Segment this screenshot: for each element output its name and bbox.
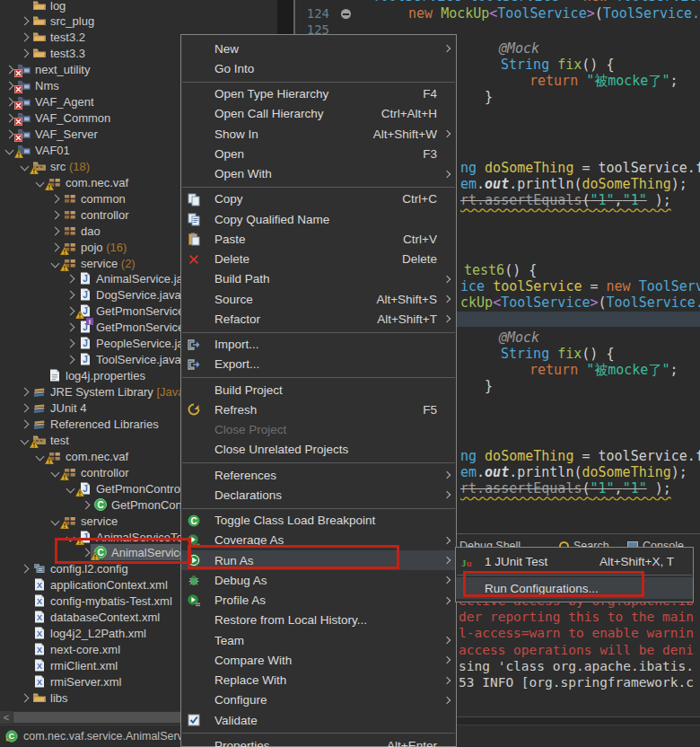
chevron-right-icon[interactable]	[17, 690, 31, 705]
submenu-arrow-icon	[437, 678, 450, 683]
console-line: 53 INFO [org.springframework.c	[459, 675, 694, 690]
chevron-right-icon[interactable]	[17, 30, 31, 44]
menu-item-label: Copy Qualified Name	[214, 213, 329, 226]
status-bar-text: com.nec.vaf.service.AnimalService	[23, 730, 197, 743]
menu-item-copy-qualified-name[interactable]: Copy Qualified Name	[181, 209, 456, 229]
menu-item-profile-as[interactable]: Profile As	[181, 591, 456, 611]
chevron-right-icon[interactable]	[17, 46, 31, 60]
blank-icon	[187, 488, 201, 502]
blank-icon	[187, 382, 201, 397]
chevron-right-icon[interactable]	[63, 352, 77, 366]
menu-item-debug-as[interactable]: Debug As	[181, 570, 456, 590]
menu-item-open[interactable]: OpenF3	[181, 144, 456, 163]
menu-item-label: Compare With	[214, 654, 292, 667]
menu-item-export[interactable]: Export...	[181, 355, 456, 374]
submenu-arrow-icon	[437, 637, 450, 643]
menu-item-label: Open Call Hierarchy	[214, 107, 324, 120]
svg-text:X: X	[37, 629, 42, 638]
chevron-right-icon[interactable]	[17, 400, 31, 415]
menu-item-go-into[interactable]: Go Into	[181, 58, 456, 78]
tree-item-label: rmiServer.xml	[50, 675, 121, 689]
tree-item-label: test3.3	[50, 47, 85, 60]
menu-item-restore-from-local-history[interactable]: Restore from Local History...	[181, 611, 456, 630]
code-line: @Mock	[499, 41, 539, 57]
chevron-right-icon[interactable]	[48, 224, 62, 238]
menu-item-properties[interactable]: PropertiesAlt+Enter	[181, 735, 456, 747]
menu-item-build-path[interactable]: Build Path	[181, 269, 456, 289]
menu-item-close-unrelated-projects[interactable]: Close Unrelated Projects	[181, 440, 456, 460]
menu-item-open-with[interactable]: Open With	[181, 164, 456, 184]
svg-text:J: J	[83, 338, 88, 348]
menu-item-declarations[interactable]: Declarations	[181, 485, 456, 505]
tree-item-label: next_utility	[35, 63, 90, 76]
chevron-right-icon[interactable]	[17, 384, 31, 399]
chevron-right-icon[interactable]	[48, 207, 62, 222]
menu-item-import[interactable]: Import...	[181, 335, 456, 355]
xmlfile-icon: X	[32, 577, 48, 592]
menu-item-team[interactable]: Team	[181, 630, 456, 650]
menu-item-shortcut: Ctrl+V	[403, 233, 437, 246]
xmlfile-icon: X	[32, 626, 48, 640]
tree-item-label: GetPmonControllo	[96, 482, 192, 496]
menu-item-refresh[interactable]: RefreshF5	[181, 400, 456, 419]
menu-item-label: Refresh	[214, 403, 257, 417]
chevron-right-icon[interactable]	[63, 336, 77, 350]
scrollbar-thumb[interactable]	[13, 712, 180, 723]
menu-item-build-project[interactable]: Build Project	[181, 380, 456, 400]
tree-item-label: VAF_Server	[35, 127, 98, 141]
menu-item-label: References	[214, 469, 276, 482]
menu-item-refactor[interactable]: RefactorAlt+Shift+T	[181, 309, 456, 329]
menu-item-new[interactable]: New	[181, 39, 456, 58]
blank-icon	[187, 633, 201, 647]
validate-icon	[187, 713, 201, 727]
blank-icon	[187, 443, 201, 457]
menu-item-references[interactable]: References	[181, 465, 456, 485]
menu-item-label: Build Project	[214, 383, 283, 397]
blank-icon	[187, 292, 201, 306]
annotation-box-run-as	[188, 545, 399, 569]
menu-item-source[interactable]: SourceAlt+Shift+S	[181, 289, 456, 309]
chevron-right-icon[interactable]	[63, 271, 77, 286]
folder-icon	[32, 30, 48, 44]
menu-item-shortcut: Alt+Shift+W	[373, 127, 437, 141]
chevron-right-icon[interactable]	[17, 561, 31, 576]
menu-item-configure[interactable]: Configure	[181, 690, 456, 710]
chevron-right-icon[interactable]	[48, 191, 62, 206]
folder-icon	[32, 46, 48, 60]
menu-item-compare-with[interactable]: Compare With	[181, 650, 456, 670]
menu-item-label: 1 JUnit Test	[485, 555, 547, 568]
package-icon	[63, 465, 78, 479]
chevron-right-icon[interactable]	[17, 13, 31, 28]
menu-item-1-junit-test[interactable]: Ju1 JUnit TestAlt+Shift+X, T	[456, 550, 693, 572]
menu-item-delete[interactable]: DeleteDelete	[181, 250, 456, 269]
menu-item-paste[interactable]: PasteCtrl+V	[181, 229, 456, 249]
menu-item-label: Open With	[214, 167, 272, 180]
code-line: em.out.println(doSomeThing);	[460, 465, 687, 480]
menu-item-open-call-hierarchy[interactable]: Open Call HierarchyCtrl+Alt+H	[181, 104, 456, 124]
menu-item-shortcut: F3	[423, 147, 437, 161]
svg-text:X: X	[37, 581, 42, 590]
code-line: ToolService toolService = new ToolServic…	[372, 0, 700, 4]
menu-item-copy[interactable]: CopyCtrl+C	[181, 189, 456, 209]
chevron-right-icon[interactable]	[63, 287, 77, 302]
submenu-arrow-icon	[437, 316, 450, 321]
library-icon	[32, 400, 48, 415]
submenu-arrow-icon	[437, 277, 450, 282]
menu-item-validate[interactable]: Validate	[181, 710, 456, 730]
import-icon	[187, 338, 201, 352]
code-line: }	[485, 90, 493, 105]
menu-item-shortcut: Alt+Shift+X, T	[599, 555, 674, 568]
chevron-right-icon[interactable]	[17, 417, 31, 431]
scroll-left-button[interactable]: <	[0, 711, 13, 724]
tree-item-src_plug[interactable]: src_plug	[0, 13, 277, 29]
code-line: new MockUp<ToolService>(ToolService.	[408, 6, 700, 22]
menu-item-toggle-class-load-breakpoint[interactable]: CToggle Class Load Breakpoint	[181, 511, 456, 531]
tree-item-log[interactable]: log	[0, 0, 277, 13]
chevron-right-icon[interactable]	[63, 320, 77, 334]
blank-icon	[187, 107, 201, 121]
chevron-right-icon[interactable]	[78, 497, 92, 512]
menu-item-replace-with[interactable]: Replace With	[181, 671, 456, 690]
menu-item-open-type-hierarchy[interactable]: Open Type HierarchyF4	[181, 84, 456, 104]
fold-collapse-icon[interactable]	[341, 9, 351, 19]
menu-item-show-in[interactable]: Show InAlt+Shift+W	[181, 124, 456, 144]
